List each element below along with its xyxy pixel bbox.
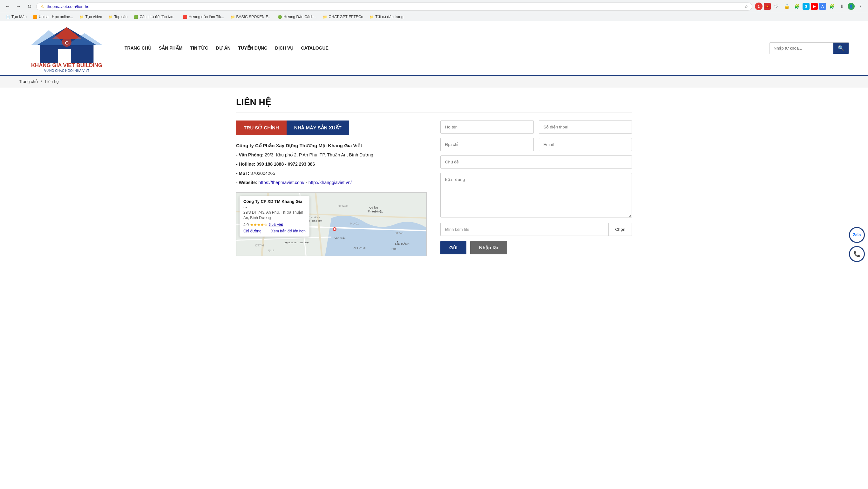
shield-icon[interactable]: 🛡 bbox=[772, 2, 781, 11]
search-button[interactable]: 🔍 bbox=[833, 42, 848, 54]
content-textarea[interactable] bbox=[440, 173, 632, 218]
bookmark-label: Hướng Dẫn Cách... bbox=[283, 15, 316, 19]
more-icon[interactable]: ⋮ bbox=[856, 2, 865, 11]
contact-left: TRỤ SỞ CHÍNH NHÀ MÁY SẢN XUẤT Công ty Cổ… bbox=[236, 120, 428, 256]
breadcrumb-home[interactable]: Trang chủ bbox=[19, 79, 38, 84]
security-warning-icon: ⚠ bbox=[40, 4, 44, 9]
browser-action-icons: 1 🇻🇳 🛡 🔒 🧩 S ▶ A 🧩 ⬇ 👤 ⋮ bbox=[755, 2, 865, 11]
zalo-icon: Zalo bbox=[853, 233, 861, 237]
bookmark-huongdan[interactable]: 🟢 Hướng Dẫn Cách... bbox=[275, 14, 319, 20]
name-input[interactable] bbox=[440, 120, 534, 134]
bookmark-tao-mau[interactable]: 📄 Tạo Mẫu bbox=[3, 14, 29, 20]
search-bar: 🔍 bbox=[770, 42, 849, 54]
forward-button[interactable]: → bbox=[14, 2, 23, 11]
nav-trang-chu[interactable]: TRANG CHỦ bbox=[124, 44, 152, 52]
website-info: - Website: https://thepmaviet.com/ - htt… bbox=[236, 179, 428, 186]
skype-icon[interactable]: S bbox=[803, 3, 810, 10]
office-label: - Văn Phòng: bbox=[236, 152, 265, 157]
bookmark-icon: 🟩 bbox=[134, 15, 138, 19]
map-popup-rating: 4,0 ★★★★☆ 3 bài viết bbox=[243, 223, 306, 227]
download-icon[interactable]: ⬇ bbox=[837, 2, 846, 11]
contact-form: Đính kèm file Chọn Gửi Nhập lại bbox=[440, 120, 632, 256]
bookmark-label: Unica - Học online... bbox=[39, 15, 73, 19]
svg-text:QL13: QL13 bbox=[268, 249, 275, 252]
svg-text:DT743: DT743 bbox=[395, 231, 403, 235]
bookmark-chatgpt[interactable]: 📁 CHAT GPT-FPTECo bbox=[320, 14, 366, 20]
bookmarks-bar: 📄 Tạo Mẫu 🟧 Unica - Học online... 📁 Tạo … bbox=[0, 13, 868, 21]
mst-info: - MST: 3702004265 bbox=[236, 170, 428, 177]
lock-icon[interactable]: 🔒 bbox=[782, 2, 791, 11]
bookmark-star-icon[interactable]: ☆ bbox=[744, 4, 748, 9]
address-input[interactable] bbox=[440, 138, 534, 151]
bookmark-icon: 🟥 bbox=[183, 15, 187, 19]
hotline-label: - Hotline: bbox=[236, 162, 257, 167]
refresh-button[interactable]: ↻ bbox=[25, 2, 34, 11]
nav-du-an[interactable]: DỰ ÁN bbox=[215, 44, 231, 52]
website-link-1[interactable]: https://thepmaviet.com/ bbox=[259, 180, 305, 185]
puzzle-icon[interactable]: 🧩 bbox=[793, 2, 801, 11]
url-text: thepmaviet.com/lien-he bbox=[47, 4, 742, 9]
map-container[interactable]: DT747 DT747B DT747A HL401 DT743 DT746 QL… bbox=[236, 192, 427, 256]
svg-text:— VỮNG CHẮC NGÔI NHÀ VIỆT —: — VỮNG CHẮC NGÔI NHÀ VIỆT — bbox=[40, 69, 94, 72]
nav-tin-tuc[interactable]: TIN TỨC bbox=[189, 44, 209, 52]
nav-dich-vu[interactable]: DỊCH VỤ bbox=[275, 44, 294, 52]
bookmark-label: Hướng dẫn làm Tik... bbox=[189, 15, 224, 19]
bookmark-unica[interactable]: 🟧 Unica - Học online... bbox=[31, 14, 75, 20]
nav-tuyen-dung[interactable]: TUYỂN DỤNG bbox=[238, 44, 268, 52]
map-reviews-link[interactable]: 3 bài viết bbox=[269, 223, 283, 227]
rating-value: 4,0 bbox=[243, 223, 249, 227]
map-popup-title: Công Ty CP XD TM Khang Gia ... bbox=[243, 199, 306, 208]
website-label: - Website: bbox=[236, 180, 259, 185]
nav-catalogue[interactable]: CATALOGUE bbox=[300, 44, 329, 52]
browser-toolbar: ← → ↻ ⚠ thepmaviet.com/lien-he ☆ 1 🇻🇳 🛡 … bbox=[0, 0, 868, 13]
nav-san-pham[interactable]: SẢN PHẨM bbox=[158, 44, 183, 52]
form-row-1 bbox=[440, 120, 632, 134]
phone-float-button[interactable]: 📞 bbox=[849, 246, 865, 262]
bookmark-chude[interactable]: 🟩 Các chủ đề đào tạo... bbox=[131, 14, 179, 20]
svg-text:Cù lao: Cù lao bbox=[370, 206, 378, 209]
svg-text:KHANG GIA VIET BUILDING: KHANG GIA VIET BUILDING bbox=[31, 62, 102, 68]
breadcrumb: Trang chủ / Liên hệ bbox=[0, 76, 868, 87]
bookmark-label: Tạo video bbox=[85, 15, 102, 19]
profile-icon[interactable]: 👤 bbox=[848, 3, 855, 10]
map-larger-link[interactable]: Xem bản đồ lớn hơn bbox=[271, 229, 306, 233]
email-input[interactable] bbox=[539, 138, 632, 151]
map-direction-link[interactable]: Chỉ đường bbox=[243, 229, 261, 233]
puzzle2-icon[interactable]: 🧩 bbox=[827, 2, 836, 11]
bookmark-icon: 🟧 bbox=[33, 15, 37, 19]
phone-icon: 📞 bbox=[854, 251, 860, 258]
tab-factory[interactable]: NHÀ MÁY SẢN XUẤT bbox=[286, 120, 349, 135]
tab-main-office[interactable]: TRỤ SỞ CHÍNH bbox=[236, 120, 286, 135]
breadcrumb-separator: / bbox=[41, 79, 42, 84]
bookmark-label: Top sàn bbox=[114, 15, 127, 19]
bookmark-tiktok[interactable]: 🟥 Hướng dẫn làm Tik... bbox=[181, 14, 227, 20]
phone-input[interactable] bbox=[539, 120, 632, 134]
bookmark-topsan[interactable]: 📁 Top sàn bbox=[106, 14, 130, 20]
bookmark-icon: 📁 bbox=[108, 15, 113, 19]
submit-button[interactable]: Gửi bbox=[440, 241, 466, 254]
zalo-float-button[interactable]: Zalo bbox=[849, 227, 865, 243]
website-link-2[interactable]: http://khanggiaviet.vn/ bbox=[309, 180, 352, 185]
contact-layout: TRỤ SỞ CHÍNH NHÀ MÁY SẢN XUẤT Công ty Cổ… bbox=[236, 120, 632, 256]
bookmark-icon: 📁 bbox=[80, 15, 84, 19]
office-address: - Văn Phòng: 29/3, Khu phố 2, P.An Phú, … bbox=[236, 152, 428, 159]
browser-chrome: ← → ↻ ⚠ thepmaviet.com/lien-he ☆ 1 🇻🇳 🛡 … bbox=[0, 0, 868, 21]
company-name: Công ty Cổ Phần Xây Dựng Thương Mại Khan… bbox=[236, 143, 428, 148]
address-bar[interactable]: ⚠ thepmaviet.com/lien-he ☆ bbox=[36, 3, 752, 10]
svg-text:DT746: DT746 bbox=[255, 244, 264, 247]
bookmark-spoken[interactable]: 📁 BASIC SPOKEN E... bbox=[228, 14, 274, 20]
youtube-icon[interactable]: ▶ bbox=[811, 3, 818, 10]
reset-button[interactable]: Nhập lại bbox=[470, 241, 507, 254]
tab-buttons: TRỤ SỞ CHÍNH NHÀ MÁY SẢN XUẤT bbox=[236, 120, 428, 135]
extensions-button[interactable]: 1 bbox=[755, 3, 763, 10]
subject-input[interactable] bbox=[440, 155, 632, 169]
file-choose-button[interactable]: Chọn bbox=[609, 223, 631, 236]
mst-label: - MST: bbox=[236, 171, 250, 176]
translate-icon[interactable]: A bbox=[819, 3, 826, 10]
bookmark-video[interactable]: 📁 Tạo video bbox=[77, 14, 104, 20]
back-button[interactable]: ← bbox=[3, 2, 12, 11]
bookmark-all[interactable]: 📁 Tất cả dấu trang bbox=[367, 14, 406, 20]
site-header: G KHANG GIA VIET BUILDING — VỮNG CHẮC NG… bbox=[0, 21, 868, 76]
bookmark-label: BASIC SPOKEN E... bbox=[237, 15, 272, 19]
search-input[interactable] bbox=[770, 42, 833, 54]
